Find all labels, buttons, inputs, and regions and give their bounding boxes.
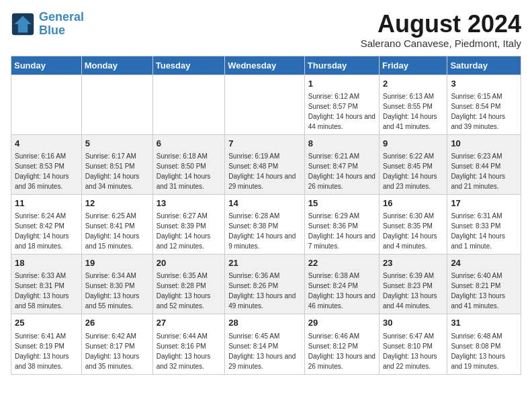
- day-number: 31: [451, 317, 517, 329]
- day-cell: 2Sunrise: 6:13 AM Sunset: 8:55 PM Daylig…: [379, 75, 447, 134]
- day-info: Sunrise: 6:22 AM Sunset: 8:45 PM Dayligh…: [383, 152, 437, 190]
- day-info: Sunrise: 6:13 AM Sunset: 8:55 PM Dayligh…: [383, 93, 437, 130]
- day-info: Sunrise: 6:48 AM Sunset: 8:08 PM Dayligh…: [451, 332, 505, 370]
- day-info: Sunrise: 6:30 AM Sunset: 8:35 PM Dayligh…: [383, 212, 437, 250]
- header-cell-saturday: Saturday: [447, 56, 521, 75]
- logo-text: General Blue: [39, 11, 84, 38]
- logo: General Blue: [11, 11, 84, 38]
- header-cell-monday: Monday: [81, 56, 152, 75]
- day-info: Sunrise: 6:38 AM Sunset: 8:24 PM Dayligh…: [308, 272, 375, 310]
- day-number: 20: [157, 257, 221, 269]
- day-info: Sunrise: 6:36 AM Sunset: 8:26 PM Dayligh…: [228, 272, 296, 310]
- day-cell: 1Sunrise: 6:12 AM Sunset: 8:57 PM Daylig…: [304, 75, 379, 134]
- day-info: Sunrise: 6:16 AM Sunset: 8:53 PM Dayligh…: [15, 152, 69, 190]
- day-cell: 13Sunrise: 6:27 AM Sunset: 8:39 PM Dayli…: [152, 194, 224, 254]
- day-number: 30: [383, 317, 443, 329]
- week-row-3: 18Sunrise: 6:33 AM Sunset: 8:31 PM Dayli…: [11, 255, 521, 314]
- day-info: Sunrise: 6:23 AM Sunset: 8:44 PM Dayligh…: [451, 152, 505, 190]
- day-number: 14: [228, 197, 301, 210]
- day-info: Sunrise: 6:34 AM Sunset: 8:30 PM Dayligh…: [85, 272, 140, 310]
- day-info: Sunrise: 6:41 AM Sunset: 8:19 PM Dayligh…: [15, 332, 69, 370]
- main-title: August 2024: [361, 11, 521, 38]
- day-number: 7: [228, 138, 301, 150]
- day-cell: [11, 75, 82, 134]
- day-number: 10: [451, 138, 517, 150]
- day-number: 8: [308, 138, 375, 150]
- title-block: August 2024 Salerano Canavese, Piedmont,…: [361, 11, 521, 49]
- week-row-2: 11Sunrise: 6:24 AM Sunset: 8:42 PM Dayli…: [11, 194, 521, 254]
- header-cell-sunday: Sunday: [11, 56, 82, 75]
- day-info: Sunrise: 6:28 AM Sunset: 8:38 PM Dayligh…: [228, 212, 296, 250]
- day-number: 6: [157, 138, 221, 150]
- day-cell: [81, 75, 152, 134]
- day-cell: 24Sunrise: 6:40 AM Sunset: 8:21 PM Dayli…: [447, 255, 521, 314]
- day-number: 4: [15, 138, 78, 150]
- day-cell: 14Sunrise: 6:28 AM Sunset: 8:38 PM Dayli…: [225, 194, 305, 254]
- day-cell: 12Sunrise: 6:25 AM Sunset: 8:41 PM Dayli…: [81, 194, 152, 254]
- day-cell: 25Sunrise: 6:41 AM Sunset: 8:19 PM Dayli…: [11, 314, 82, 374]
- day-number: 12: [85, 197, 149, 210]
- day-info: Sunrise: 6:47 AM Sunset: 8:10 PM Dayligh…: [383, 332, 437, 370]
- day-number: 19: [85, 257, 149, 269]
- day-cell: 22Sunrise: 6:38 AM Sunset: 8:24 PM Dayli…: [304, 255, 379, 314]
- week-row-0: 1Sunrise: 6:12 AM Sunset: 8:57 PM Daylig…: [11, 75, 521, 134]
- day-cell: 18Sunrise: 6:33 AM Sunset: 8:31 PM Dayli…: [11, 255, 82, 314]
- logo-blue: Blue: [39, 24, 65, 37]
- day-info: Sunrise: 6:35 AM Sunset: 8:28 PM Dayligh…: [157, 272, 211, 310]
- calendar-header: SundayMondayTuesdayWednesdayThursdayFrid…: [11, 56, 521, 75]
- day-number: 15: [308, 197, 375, 210]
- day-cell: 9Sunrise: 6:22 AM Sunset: 8:45 PM Daylig…: [379, 134, 447, 194]
- day-info: Sunrise: 6:21 AM Sunset: 8:47 PM Dayligh…: [308, 152, 375, 190]
- day-info: Sunrise: 6:19 AM Sunset: 8:48 PM Dayligh…: [228, 152, 296, 190]
- subtitle: Salerano Canavese, Piedmont, Italy: [361, 38, 521, 49]
- header-cell-thursday: Thursday: [304, 56, 379, 75]
- day-number: 18: [15, 257, 78, 269]
- day-info: Sunrise: 6:39 AM Sunset: 8:23 PM Dayligh…: [383, 272, 437, 310]
- day-info: Sunrise: 6:27 AM Sunset: 8:39 PM Dayligh…: [157, 212, 211, 250]
- day-cell: 20Sunrise: 6:35 AM Sunset: 8:28 PM Dayli…: [152, 255, 224, 314]
- page-header: General Blue August 2024 Salerano Canave…: [11, 11, 521, 49]
- day-number: 1: [308, 78, 375, 90]
- logo-general: General: [39, 10, 84, 24]
- day-cell: 30Sunrise: 6:47 AM Sunset: 8:10 PM Dayli…: [379, 314, 447, 374]
- day-cell: [225, 75, 305, 134]
- day-info: Sunrise: 6:25 AM Sunset: 8:41 PM Dayligh…: [85, 212, 140, 250]
- day-cell: 21Sunrise: 6:36 AM Sunset: 8:26 PM Dayli…: [225, 255, 305, 314]
- day-info: Sunrise: 6:24 AM Sunset: 8:42 PM Dayligh…: [15, 212, 69, 250]
- day-cell: 8Sunrise: 6:21 AM Sunset: 8:47 PM Daylig…: [304, 134, 379, 194]
- day-info: Sunrise: 6:18 AM Sunset: 8:50 PM Dayligh…: [157, 152, 211, 190]
- day-number: 11: [15, 197, 78, 210]
- day-cell: 7Sunrise: 6:19 AM Sunset: 8:48 PM Daylig…: [225, 134, 305, 194]
- day-number: 25: [15, 317, 78, 329]
- day-info: Sunrise: 6:33 AM Sunset: 8:31 PM Dayligh…: [15, 272, 69, 310]
- day-number: 27: [157, 317, 221, 329]
- day-cell: 10Sunrise: 6:23 AM Sunset: 8:44 PM Dayli…: [447, 134, 521, 194]
- day-info: Sunrise: 6:45 AM Sunset: 8:14 PM Dayligh…: [228, 332, 296, 370]
- day-number: 22: [308, 257, 375, 269]
- day-info: Sunrise: 6:40 AM Sunset: 8:21 PM Dayligh…: [451, 272, 505, 310]
- calendar-table: SundayMondayTuesdayWednesdayThursdayFrid…: [11, 56, 521, 375]
- day-info: Sunrise: 6:31 AM Sunset: 8:33 PM Dayligh…: [451, 212, 505, 250]
- week-row-4: 25Sunrise: 6:41 AM Sunset: 8:19 PM Dayli…: [11, 314, 521, 374]
- day-number: 16: [383, 197, 443, 210]
- day-number: 9: [383, 138, 443, 150]
- header-row: SundayMondayTuesdayWednesdayThursdayFrid…: [11, 56, 521, 75]
- header-cell-friday: Friday: [379, 56, 447, 75]
- header-cell-wednesday: Wednesday: [225, 56, 305, 75]
- day-info: Sunrise: 6:17 AM Sunset: 8:51 PM Dayligh…: [85, 152, 140, 190]
- day-cell: 3Sunrise: 6:15 AM Sunset: 8:54 PM Daylig…: [447, 75, 521, 134]
- day-cell: 27Sunrise: 6:44 AM Sunset: 8:16 PM Dayli…: [152, 314, 224, 374]
- day-cell: 23Sunrise: 6:39 AM Sunset: 8:23 PM Dayli…: [379, 255, 447, 314]
- day-info: Sunrise: 6:46 AM Sunset: 8:12 PM Dayligh…: [308, 332, 375, 370]
- day-number: 17: [451, 197, 517, 210]
- day-cell: 5Sunrise: 6:17 AM Sunset: 8:51 PM Daylig…: [81, 134, 152, 194]
- logo-icon: [11, 12, 35, 36]
- week-row-1: 4Sunrise: 6:16 AM Sunset: 8:53 PM Daylig…: [11, 134, 521, 194]
- day-number: 29: [308, 317, 375, 329]
- day-info: Sunrise: 6:42 AM Sunset: 8:17 PM Dayligh…: [85, 332, 140, 370]
- day-info: Sunrise: 6:44 AM Sunset: 8:16 PM Dayligh…: [157, 332, 211, 370]
- day-number: 24: [451, 257, 517, 269]
- day-number: 23: [383, 257, 443, 269]
- day-info: Sunrise: 6:12 AM Sunset: 8:57 PM Dayligh…: [308, 93, 375, 130]
- day-number: 2: [383, 78, 443, 90]
